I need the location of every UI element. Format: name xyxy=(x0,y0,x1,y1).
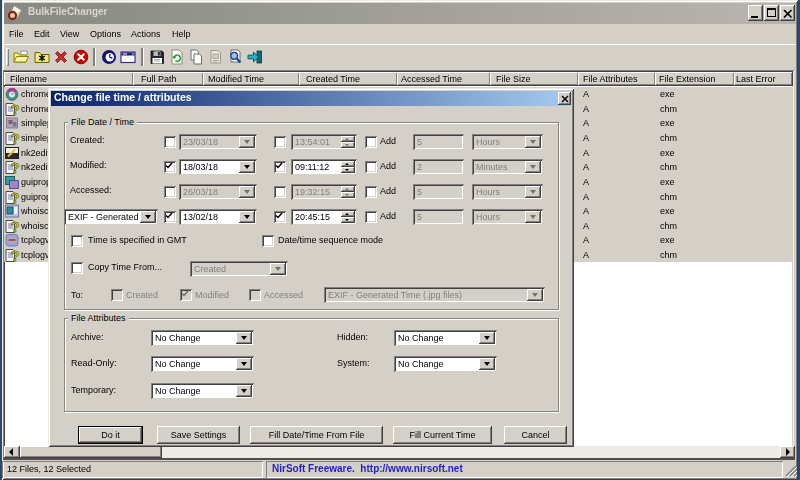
svg-text:?: ? xyxy=(11,131,20,146)
svg-text:?: ? xyxy=(11,160,20,175)
svg-text:?: ? xyxy=(11,102,20,117)
svg-text:?: ? xyxy=(11,248,20,263)
svg-text:?: ? xyxy=(11,219,20,234)
svg-text:?: ? xyxy=(11,190,20,205)
